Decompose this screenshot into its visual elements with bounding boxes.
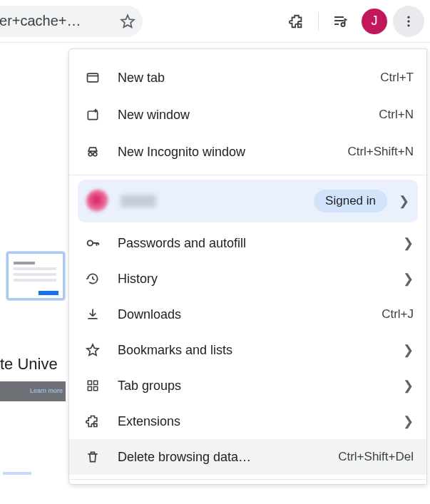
- menu-item-label: Delete browsing data…: [118, 450, 338, 465]
- svg-rect-10: [88, 387, 91, 391]
- menu-item-new-window[interactable]: New window Ctrl+N: [69, 96, 426, 133]
- page-decoration: [3, 472, 31, 475]
- menu-item-label: Downloads: [118, 307, 382, 322]
- avatar-initial: J: [372, 14, 378, 29]
- chevron-right-icon: ❯: [403, 378, 414, 394]
- media-controls-button[interactable]: [324, 6, 356, 37]
- new-tab-icon: [83, 71, 102, 85]
- menu-item-account[interactable]: Signed in ❯: [78, 180, 418, 222]
- menu-item-bookmarks[interactable]: Bookmarks and lists ❯: [69, 332, 426, 368]
- grid-icon: [83, 379, 102, 392]
- chevron-right-icon: ❯: [403, 235, 414, 251]
- account-avatar: [86, 190, 109, 212]
- svg-point-0: [407, 16, 409, 18]
- account-name-blurred: [121, 195, 156, 207]
- extensions-button[interactable]: [281, 6, 312, 37]
- menu-item-shortcut: Ctrl+J: [382, 307, 414, 322]
- omnibox[interactable]: +browser+cache+…: [0, 6, 143, 37]
- menu-item-label: Passwords and autofill: [118, 236, 397, 251]
- new-window-icon: [83, 108, 102, 122]
- svg-rect-9: [94, 381, 98, 384]
- incognito-icon: [83, 145, 102, 159]
- puzzle-icon: [83, 414, 102, 428]
- menu-item-label: Extensions: [118, 414, 397, 429]
- chevron-right-icon: ❯: [403, 413, 414, 429]
- svg-point-7: [88, 240, 93, 245]
- menu-item-tab-groups[interactable]: Tab groups ❯: [69, 368, 426, 403]
- svg-point-2: [407, 24, 409, 26]
- menu-item-delete-browsing-data[interactable]: Delete browsing data… Ctrl+Shift+Del: [69, 439, 426, 475]
- menu-separator: [69, 175, 426, 175]
- chevron-right-icon: ❯: [403, 271, 414, 287]
- download-icon: [83, 307, 102, 322]
- chevron-right-icon: ❯: [403, 342, 414, 358]
- browser-toolbar: +browser+cache+… J: [0, 0, 430, 43]
- svg-rect-8: [88, 381, 91, 384]
- menu-item-passwords[interactable]: Passwords and autofill ❯: [69, 225, 426, 261]
- menu-item-label: New Incognito window: [118, 145, 347, 160]
- star-icon: [83, 343, 102, 357]
- menu-item-shortcut: Ctrl+Shift+Del: [338, 450, 414, 464]
- menu-item-label: Tab groups: [118, 379, 397, 394]
- chevron-right-icon: ❯: [399, 193, 409, 209]
- history-icon: [83, 272, 102, 286]
- menu-item-incognito[interactable]: New Incognito window Ctrl+Shift+N: [69, 133, 426, 170]
- menu-separator: [69, 479, 426, 480]
- menu-item-new-tab[interactable]: New tab Ctrl+T: [69, 59, 426, 96]
- menu-item-history[interactable]: History ❯: [69, 261, 426, 297]
- menu-item-label: History: [118, 272, 397, 287]
- svg-rect-3: [88, 73, 98, 82]
- page-text-fragment: te Unive: [0, 355, 58, 374]
- overflow-menu-button[interactable]: [393, 6, 424, 37]
- signed-in-badge: Signed in: [314, 190, 387, 212]
- menu-item-label: Bookmarks and lists: [118, 343, 397, 358]
- trash-icon: [83, 450, 102, 464]
- page-thumbnail: [6, 251, 66, 301]
- menu-item-label: New window: [118, 108, 379, 123]
- menu-item-downloads[interactable]: Downloads Ctrl+J: [69, 297, 426, 332]
- page-banner: [0, 381, 66, 401]
- omnibox-text: +browser+cache+…: [0, 13, 114, 29]
- menu-item-shortcut: Ctrl+Shift+N: [347, 145, 414, 159]
- overflow-menu: New tab Ctrl+T New window Ctrl+N New Inc…: [68, 48, 427, 485]
- avatar: J: [362, 9, 387, 34]
- svg-point-6: [93, 153, 97, 156]
- svg-rect-4: [88, 111, 97, 120]
- key-icon: [83, 235, 102, 251]
- menu-item-label: New tab: [118, 71, 380, 86]
- toolbar-separator: [318, 12, 319, 31]
- svg-point-5: [88, 153, 92, 156]
- svg-rect-11: [94, 387, 98, 391]
- menu-item-shortcut: Ctrl+N: [379, 108, 414, 122]
- menu-item-shortcut: Ctrl+T: [380, 71, 414, 85]
- bookmark-star-icon[interactable]: [120, 14, 135, 29]
- profile-button[interactable]: J: [359, 6, 390, 37]
- menu-item-extensions[interactable]: Extensions ❯: [69, 403, 426, 439]
- svg-point-1: [407, 20, 409, 22]
